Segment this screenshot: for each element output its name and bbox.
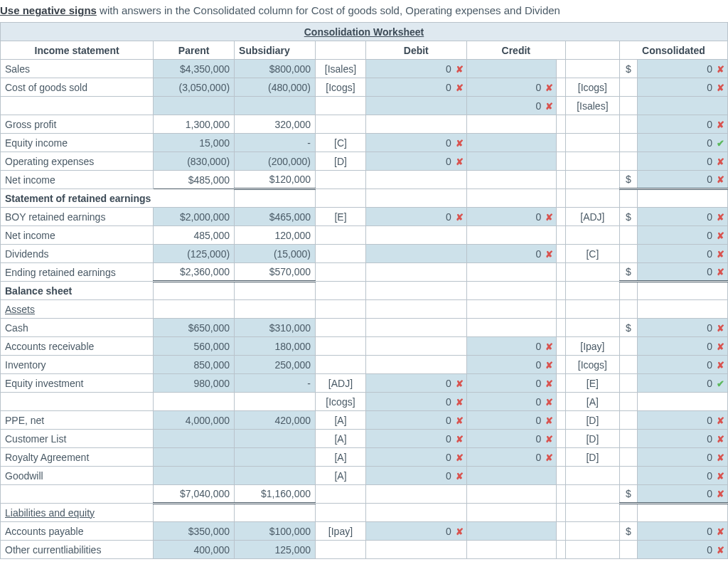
row-assets-header: Assets xyxy=(1,300,728,319)
wrong-icon: ✘ xyxy=(717,156,724,167)
worksheet-title: Consolidation Worksheet xyxy=(1,23,728,41)
wrong-icon: ✘ xyxy=(456,64,464,75)
subsidiary-value[interactable]: (200,000) xyxy=(235,152,316,171)
subsidiary-value[interactable]: - xyxy=(235,134,316,152)
wrong-icon: ✘ xyxy=(717,83,724,93)
wrong-icon: ✘ xyxy=(717,230,724,241)
wrong-icon: ✘ xyxy=(545,101,553,112)
wrong-icon: ✘ xyxy=(545,397,553,408)
parent-value[interactable]: $4,350,000 xyxy=(154,60,235,78)
ref-credit: [Icogs] xyxy=(565,78,619,97)
dollar-sign: $ xyxy=(619,171,637,189)
wrong-icon: ✘ xyxy=(717,489,724,499)
hdr-credit: Credit xyxy=(466,41,565,60)
wrong-icon: ✘ xyxy=(717,212,724,223)
debit-input[interactable]: 0✘ xyxy=(365,78,466,97)
consolidated-input[interactable]: 0✘ xyxy=(638,171,728,189)
ref-debit: [C] xyxy=(316,134,366,152)
subsidiary-value: 320,000 xyxy=(235,115,316,134)
wrong-icon: ✘ xyxy=(456,397,464,408)
parent-value[interactable]: 15,000 xyxy=(154,134,235,152)
consolidated-input[interactable]: 0✔ xyxy=(638,134,728,152)
parent-value: 1,300,000 xyxy=(154,115,235,134)
parent-value[interactable]: (3,050,000) xyxy=(154,78,235,97)
row-ap: Accounts payable $350,000 $100,000 [Ipay… xyxy=(1,522,728,541)
consolidated-input[interactable]: 0✘ xyxy=(638,115,728,134)
hdr-parent: Parent xyxy=(154,41,235,60)
label: Cost of goods sold xyxy=(1,78,154,97)
wrong-icon: ✘ xyxy=(545,341,553,352)
debit-input[interactable]: 0✘ xyxy=(365,60,466,78)
dollar-sign: $ xyxy=(619,60,637,78)
row-equity-investment: Equity investment 980,000 - [ADJ] 0✘ 0✘ … xyxy=(1,374,728,393)
label: Net income xyxy=(1,171,154,189)
wrong-icon: ✘ xyxy=(456,526,464,537)
wrong-icon: ✘ xyxy=(717,323,724,334)
wrong-icon: ✘ xyxy=(545,83,553,93)
row-dividends: Dividends (125,000) (15,000) 0✘ [C] 0✘ xyxy=(1,245,728,263)
wrong-icon: ✘ xyxy=(545,360,553,371)
wrong-icon: ✘ xyxy=(717,526,724,537)
row-sales: Sales $4,350,000 $800,000 [Isales] 0✘ $ … xyxy=(1,60,728,78)
consolidation-worksheet: Consolidation Worksheet Income statement… xyxy=(0,22,728,559)
subsidiary-value: $120,000 xyxy=(235,171,316,189)
consolidated-input[interactable]: 0✘ xyxy=(638,152,728,171)
wrong-icon: ✘ xyxy=(456,212,464,223)
wrong-icon: ✘ xyxy=(717,267,724,277)
ref-debit: [Isales] xyxy=(316,60,366,78)
label: Gross profit xyxy=(1,115,154,134)
credit-input[interactable]: 0✘ xyxy=(466,97,557,115)
wrong-icon: ✘ xyxy=(456,434,464,445)
row-equity-investment-2: [Icogs] 0✘ 0✘ [A] xyxy=(1,393,728,411)
label: Operating expenses xyxy=(1,152,154,171)
credit-input[interactable] xyxy=(466,60,557,78)
row-inventory: Inventory 850,000 250,000 0✘ [Icogs] 0✘ xyxy=(1,356,728,374)
wrong-icon: ✘ xyxy=(456,415,464,426)
hdr-consolidated: Consolidated xyxy=(619,41,727,60)
row-ending-re: Ending retained earnings $2,360,000 $570… xyxy=(1,263,728,282)
instruction-rest: with answers in the Consolidated column … xyxy=(97,4,560,16)
parent-value: $485,000 xyxy=(154,171,235,189)
debit-input[interactable]: 0✘ xyxy=(365,152,466,171)
correct-icon: ✔ xyxy=(717,378,724,389)
instruction-underline: Use negative signs xyxy=(0,4,97,16)
wrong-icon: ✘ xyxy=(717,360,724,371)
debit-input[interactable]: 0✘ xyxy=(365,134,466,152)
correct-icon: ✔ xyxy=(717,138,724,149)
row-liab-header: Liabilities and equity xyxy=(1,504,728,522)
wrong-icon: ✘ xyxy=(456,138,464,149)
wrong-icon: ✘ xyxy=(717,249,724,260)
row-net-income-2: Net income 485,000 120,000 0✘ xyxy=(1,226,728,245)
consolidated-input[interactable]: 0✘ xyxy=(638,78,728,97)
hdr-debit: Debit xyxy=(365,41,466,60)
ref-debit: [Icogs] xyxy=(316,78,366,97)
consolidated-input[interactable]: 0✘ xyxy=(638,60,728,78)
wrong-icon: ✘ xyxy=(717,434,724,445)
wrong-icon: ✘ xyxy=(717,545,724,556)
row-blank-isales: 0✘ [Isales] xyxy=(1,97,728,115)
parent-value[interactable]: (830,000) xyxy=(154,152,235,171)
subsidiary-value[interactable]: $800,000 xyxy=(235,60,316,78)
credit-input[interactable]: 0✘ xyxy=(466,78,557,97)
wrong-icon: ✘ xyxy=(717,452,724,463)
wrong-icon: ✘ xyxy=(456,471,464,482)
row-ppe: PPE, net 4,000,000 420,000 [A] 0✘ 0✘ [D]… xyxy=(1,411,728,430)
instruction-text: Use negative signs with answers in the C… xyxy=(0,0,728,22)
label: BOY retained earnings xyxy=(1,208,154,226)
wrong-icon: ✘ xyxy=(545,249,553,260)
wrong-icon: ✘ xyxy=(717,415,724,426)
wrong-icon: ✘ xyxy=(456,83,464,93)
row-customer-list: Customer List [A] 0✘ 0✘ [D] 0✘ xyxy=(1,430,728,448)
row-cash: Cash $650,000 $310,000 $ 0✘ xyxy=(1,319,728,337)
hdr-income-statement: Income statement xyxy=(1,41,154,60)
wrong-icon: ✘ xyxy=(456,156,464,167)
row-operating-expenses: Operating expenses (830,000) (200,000) [… xyxy=(1,152,728,171)
wrong-icon: ✘ xyxy=(717,64,724,75)
wrong-icon: ✘ xyxy=(717,174,724,185)
label: Sales xyxy=(1,60,154,78)
row-bs-header: Balance sheet xyxy=(1,282,728,300)
wrong-icon: ✘ xyxy=(717,120,724,130)
row-ar: Accounts receivable 560,000 180,000 0✘ [… xyxy=(1,337,728,356)
subsidiary-value[interactable]: (480,000) xyxy=(235,78,316,97)
row-asset-totals: $7,040,000 $1,160,000 $ 0✘ xyxy=(1,485,728,504)
